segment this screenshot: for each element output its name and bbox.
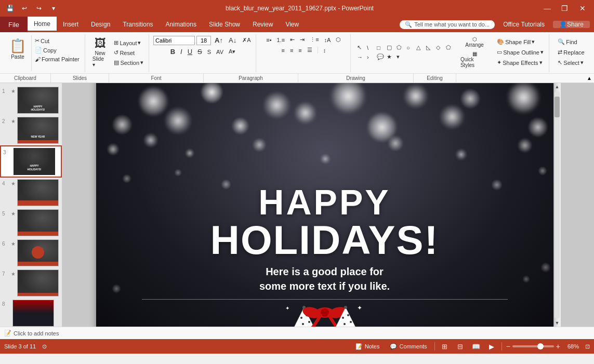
shape-roundrect[interactable]: ▢	[385, 43, 394, 52]
comments-button[interactable]: 💬 Comments	[387, 342, 430, 351]
slideshow-view-button[interactable]: ▶	[486, 342, 497, 351]
align-right-button[interactable]: ≡	[296, 46, 303, 55]
shape-chevron[interactable]: ›	[365, 52, 374, 61]
clipboard-label[interactable]: Clipboard	[0, 74, 51, 83]
align-center-button[interactable]: ≡	[288, 46, 295, 55]
copy-button[interactable]: 📄 Copy	[33, 46, 82, 55]
editing-label[interactable]: Editing	[414, 74, 456, 83]
layout-button[interactable]: ⊞ Layout ▾	[112, 38, 146, 47]
fit-slide-button[interactable]: ⊡	[585, 343, 590, 350]
decrease-font-button[interactable]: A↓	[227, 35, 239, 45]
view-tab[interactable]: View	[279, 17, 305, 32]
bullets-button[interactable]: ≡•	[264, 36, 273, 44]
shape-diamond[interactable]: ◇	[434, 43, 443, 52]
section-button[interactable]: ▤ Section ▾	[112, 58, 146, 67]
shape-outline-button[interactable]: ▭ Shape Outline ▾	[495, 48, 546, 57]
font-label[interactable]: Font	[109, 74, 204, 83]
font-name-input[interactable]	[153, 36, 195, 45]
scroll-up-button[interactable]: ▲	[553, 83, 561, 90]
cut-button[interactable]: ✂ Cut	[33, 36, 82, 45]
zoom-slider[interactable]	[512, 345, 554, 347]
shape-oval[interactable]: ○	[404, 43, 414, 52]
customize-qat-button[interactable]: ▾	[48, 3, 59, 14]
slide-item-2[interactable]: 2 ★ NEW YEAR	[0, 115, 62, 145]
char-spacing-button[interactable]: AV	[214, 48, 226, 56]
undo-button[interactable]: ↩	[19, 3, 30, 14]
shape-pentagon[interactable]: ⬠	[444, 43, 453, 52]
zoom-in-button[interactable]: +	[556, 342, 560, 350]
slide-item-4[interactable]: 4 ★	[0, 178, 62, 208]
increase-font-button[interactable]: A↑	[213, 35, 225, 45]
slide-item-8[interactable]: 8	[0, 298, 62, 327]
right-scrollbar[interactable]: ▲ ▼	[553, 83, 561, 327]
transitions-tab[interactable]: Transitions	[116, 17, 159, 32]
shape-more[interactable]: ▾	[394, 52, 404, 61]
redo-button[interactable]: ↪	[33, 3, 45, 14]
zoom-slider-thumb[interactable]	[537, 343, 544, 349]
zoom-out-button[interactable]: −	[506, 342, 510, 350]
format-painter-button[interactable]: 🖌 Format Painter	[33, 55, 82, 63]
find-button[interactable]: 🔍 Find	[556, 37, 586, 46]
italic-button[interactable]: I	[178, 47, 184, 57]
slide-item-3[interactable]: 3 HAPPYHOLIDAYS!	[0, 145, 62, 178]
increase-indent-button[interactable]: ⇥	[298, 35, 307, 44]
columns-button[interactable]: ⋮≡	[308, 35, 321, 44]
font-color-button[interactable]: A▾	[227, 47, 237, 56]
slide-text-area[interactable]: HAPPY HOLIDAYS! Here is a good place for…	[169, 184, 481, 293]
replace-button[interactable]: ⇄ Replace	[556, 48, 586, 57]
insert-tab[interactable]: Insert	[57, 17, 85, 32]
office-tutorials-button[interactable]: Office Tutorials	[497, 21, 551, 28]
scroll-thumb[interactable]	[555, 97, 560, 117]
animations-tab[interactable]: Animations	[160, 17, 203, 32]
shape-right-tri[interactable]: ◺	[424, 43, 433, 52]
reading-view-button[interactable]: 📖	[470, 342, 482, 351]
bold-button[interactable]: B	[168, 47, 177, 57]
share-button[interactable]: 👤 Share	[553, 21, 590, 28]
slides-label[interactable]: Slides	[51, 74, 109, 83]
paragraph-label[interactable]: Paragraph	[204, 74, 298, 83]
font-size-input[interactable]	[196, 36, 211, 45]
shape-star[interactable]: ★	[385, 52, 394, 61]
new-slide-button[interactable]: 🖼 New Slide ▾	[89, 35, 111, 69]
strikethrough-button[interactable]: S	[195, 47, 204, 57]
notes-button[interactable]: 📝 Notes	[352, 342, 383, 351]
select-button[interactable]: ↖ Select ▾	[556, 58, 586, 67]
home-tab[interactable]: Home	[28, 17, 57, 32]
scroll-down-button[interactable]: ▼	[553, 319, 561, 327]
slide-item-5[interactable]: 5 ★	[0, 208, 62, 238]
underline-button[interactable]: U	[186, 47, 194, 57]
shape-select[interactable]: ↖	[355, 43, 364, 52]
slide-item-7[interactable]: 7 ★	[0, 268, 62, 298]
arrange-button[interactable]: ⬡ Arrange	[457, 35, 492, 49]
clear-format-button[interactable]: ✗A	[240, 36, 253, 45]
review-tab[interactable]: Review	[246, 17, 279, 32]
shape-triangle[interactable]: △	[414, 43, 424, 52]
shape-rect[interactable]: □	[375, 43, 384, 52]
file-menu[interactable]: File	[0, 17, 28, 32]
slide-sorter-button[interactable]: ⊟	[455, 342, 466, 351]
quick-styles-button[interactable]: ▦ Quick Styles	[457, 50, 492, 69]
tell-me-input[interactable]: 🔍 Tell me what you want to do...	[400, 20, 495, 29]
text-direction-button[interactable]: ↕A	[322, 36, 333, 44]
normal-view-button[interactable]: ⊞	[439, 342, 451, 351]
shape-effects-button[interactable]: ✦ Shape Effects ▾	[495, 58, 546, 67]
close-button[interactable]: ✕	[575, 1, 590, 16]
design-tab[interactable]: Design	[85, 17, 116, 32]
slide-item-6[interactable]: 6 ★	[0, 238, 62, 268]
shape-callout[interactable]: 💬	[375, 52, 384, 61]
paste-button[interactable]: 📋 Paste	[6, 36, 29, 61]
notes-bar[interactable]: 📝 Click to add notes	[0, 327, 594, 339]
decrease-indent-button[interactable]: ⇤	[288, 35, 297, 44]
slideshow-tab[interactable]: Slide Show	[203, 17, 246, 32]
shape-arrow[interactable]: →	[355, 52, 364, 61]
shape-snip[interactable]: ⬠	[394, 43, 404, 52]
numbering-button[interactable]: 1.≡	[275, 36, 287, 44]
shape-line[interactable]: \	[365, 43, 374, 52]
convert-to-smartart-button[interactable]: ⬡	[334, 35, 343, 44]
shape-fill-button[interactable]: 🎨 Shape Fill ▾	[495, 37, 546, 46]
line-spacing-button[interactable]: ↕	[321, 46, 328, 55]
reset-button[interactable]: ↺ Reset	[112, 48, 146, 57]
shadow-button[interactable]: S	[205, 48, 213, 56]
save-button[interactable]: 💾	[4, 3, 16, 14]
slide-canvas-area[interactable]: HAPPY HOLIDAYS! Here is a good place for…	[62, 83, 594, 327]
